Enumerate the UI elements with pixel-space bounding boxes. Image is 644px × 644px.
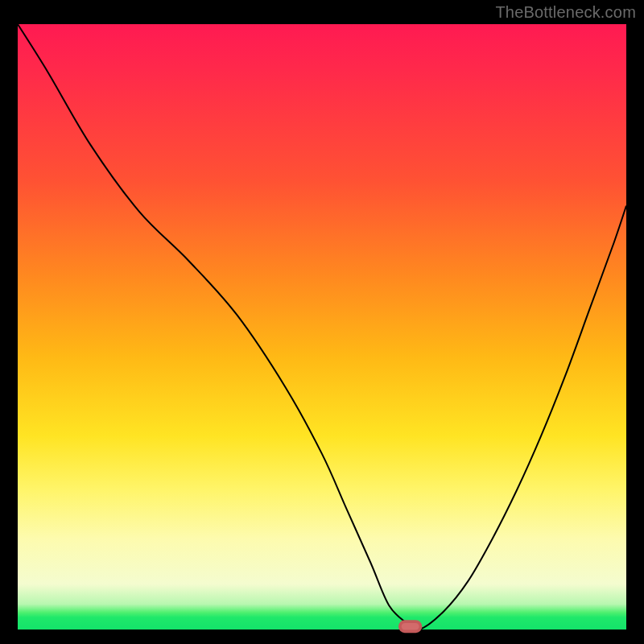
plot-area: [18, 24, 626, 630]
optimal-point-marker: [400, 621, 421, 631]
chart-frame: TheBottleneck.com: [0, 0, 644, 644]
bottleneck-curve-layer: [18, 24, 626, 630]
bottleneck-curve: [18, 24, 626, 630]
watermark-text: TheBottleneck.com: [495, 3, 636, 22]
